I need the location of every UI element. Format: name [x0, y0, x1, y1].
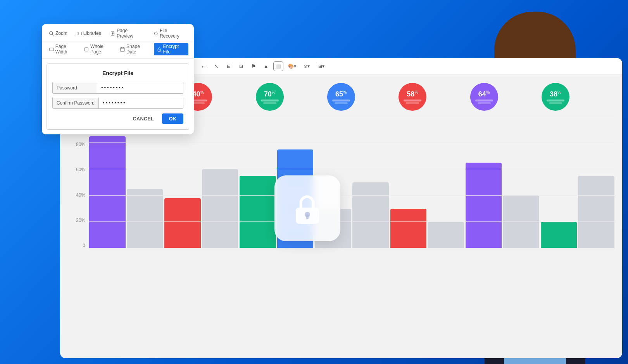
file-recovery-icon: [154, 31, 158, 36]
toolbar-whole-page[interactable]: Whole Page: [82, 43, 115, 55]
layers-icon[interactable]: ⊟: [224, 61, 234, 71]
dialog-actions: CANCEL OK: [52, 113, 183, 124]
svg-line-4: [52, 34, 53, 35]
y-label-20: 20%: [68, 218, 89, 223]
y-label-0: 0: [68, 243, 89, 248]
bubble-6: 38%: [542, 83, 569, 111]
toolbar-encrypt-file[interactable]: Encrypt File: [154, 43, 188, 55]
encrypt-file-dialog: Encrypt File Password Confirm Password C…: [47, 64, 189, 130]
toolbar-page-preview[interactable]: Page Preview: [109, 27, 146, 39]
triangle-icon[interactable]: ▲: [261, 61, 271, 71]
circle-color-icon[interactable]: ⊙▾: [300, 61, 313, 71]
corner-icon[interactable]: ⌐: [199, 61, 209, 71]
password-field-row: Password: [52, 82, 183, 94]
svg-rect-2: [306, 215, 309, 219]
lock-icon: [290, 191, 324, 225]
toolbar-libraries[interactable]: Libraries: [75, 30, 103, 37]
confirm-password-label: Confirm Password: [53, 98, 99, 108]
svg-rect-13: [121, 48, 124, 52]
toolbar-page-width[interactable]: Page Width: [47, 43, 79, 55]
dialog-container: Zoom Libraries Page Preview File Recover…: [42, 24, 194, 134]
y-axis: 0 20% 40% 60% 80% 100%: [68, 117, 89, 248]
encrypt-file-icon: [157, 47, 162, 52]
libraries-icon: [77, 31, 82, 36]
flag-icon[interactable]: ⚑: [248, 61, 259, 71]
y-label-60: 60%: [68, 167, 89, 172]
bar-4b: [352, 182, 389, 248]
password-input[interactable]: [97, 82, 183, 93]
dialog-title: Encrypt File: [52, 70, 183, 76]
svg-rect-11: [50, 48, 53, 50]
password-label: Password: [53, 82, 97, 93]
bar-3a: [240, 176, 276, 248]
bar-5a: [390, 209, 427, 248]
bar-1a: [89, 136, 126, 248]
shape-date-icon: [120, 47, 125, 52]
bar-6a: [466, 163, 502, 248]
bar-group-6: [466, 117, 539, 248]
confirm-password-input[interactable]: [99, 97, 183, 108]
fill-color-icon[interactable]: 🎨▾: [286, 61, 298, 71]
confirm-password-field-row: Confirm Password: [52, 97, 183, 109]
page-width-icon: [49, 47, 54, 52]
bar-6b: [503, 196, 539, 248]
svg-rect-17: [158, 49, 160, 51]
border-icon[interactable]: ⊞▾: [315, 61, 328, 71]
bar-group-2: [164, 117, 238, 248]
ok-button[interactable]: OK: [162, 113, 184, 124]
crop-icon[interactable]: ⊡: [236, 61, 246, 71]
bar-group-5: [390, 117, 464, 248]
bubble-3: 65%: [327, 83, 355, 111]
bar-2b: [202, 169, 238, 248]
bubble-5: 64%: [470, 83, 498, 111]
dialog-toolbar-row1: Zoom Libraries Page Preview File Recover…: [42, 24, 194, 41]
rounded-rect-icon[interactable]: ⬜: [273, 61, 283, 71]
lock-overlay: [274, 175, 340, 241]
bar-7a: [541, 222, 577, 248]
y-label-40: 40%: [68, 192, 89, 198]
toolbar-file-recovery[interactable]: File Recovery: [152, 27, 188, 39]
bubble-4: 58%: [399, 83, 426, 111]
bar-group-7: [541, 117, 614, 248]
bar-2a: [164, 198, 201, 248]
bars-area: [89, 117, 614, 248]
whole-page-icon: [84, 47, 89, 52]
cancel-button[interactable]: CANCEL: [129, 114, 158, 124]
bar-5b: [428, 222, 464, 248]
bar-group-1: [89, 117, 163, 248]
zoom-icon: [49, 31, 54, 36]
bar-7b: [578, 176, 614, 248]
page-preview-icon: [110, 31, 115, 36]
bar-1b: [127, 189, 163, 248]
toolbar-zoom[interactable]: Zoom: [47, 30, 69, 37]
svg-rect-5: [77, 32, 81, 35]
svg-rect-12: [85, 48, 88, 51]
toolbar-shape-date[interactable]: Shape Date: [118, 43, 150, 55]
bubble-2: 70%: [256, 83, 284, 111]
dialog-toolbar-row2: Page Width Whole Page Shape Date Encrypt…: [42, 41, 194, 59]
bar-chart: 0 20% 40% 60% 80% 100%: [68, 117, 614, 248]
y-label-80: 80%: [68, 142, 89, 147]
cursor-icon[interactable]: ↖: [211, 61, 221, 71]
